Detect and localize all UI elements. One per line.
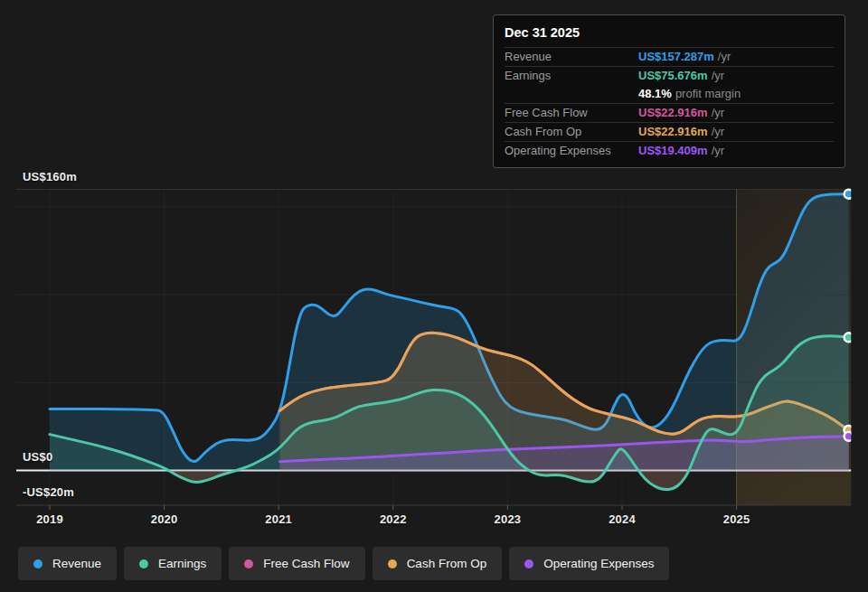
revenue-legend-dot-icon xyxy=(33,559,42,569)
tooltip-row-free-cash-flow: Free Cash FlowUS$22.916m/yr xyxy=(505,103,834,122)
tooltip-row-label: Cash From Op xyxy=(505,123,638,140)
tooltip-row-suffix: profit margin xyxy=(675,85,741,102)
tooltip-row-value: US$157.287m xyxy=(638,48,714,65)
financials-chart-panel: US$160m US$0 -US$20m 2019202020212022202… xyxy=(0,0,868,592)
tooltip-row-value: US$75.676m xyxy=(638,67,708,84)
tooltip-row-suffix: /yr xyxy=(712,123,724,140)
tooltip-row-value: US$19.409m xyxy=(638,142,708,159)
tooltip-row-value: US$22.916m xyxy=(638,104,708,121)
tooltip-row-suffix: /yr xyxy=(712,104,724,121)
y-axis-label-negative: -US$20m xyxy=(23,485,74,499)
tooltip-row-cash-from-op: Cash From OpUS$22.916m/yr xyxy=(505,122,834,141)
legend-item-label: Revenue xyxy=(52,557,101,570)
tooltip-row-revenue: RevenueUS$157.287m/yr xyxy=(505,47,834,66)
tooltip-row-label: Operating Expenses xyxy=(505,142,638,159)
chart-tooltip: Dec 31 2025 RevenueUS$157.287m/yrEarning… xyxy=(493,14,845,168)
tooltip-row-label: Free Cash Flow xyxy=(505,104,638,121)
operating-expenses-legend-dot-icon xyxy=(524,559,533,569)
x-axis-label-2019: 2019 xyxy=(36,512,63,526)
legend-item-revenue[interactable]: Revenue xyxy=(18,547,117,580)
y-axis-label-top: US$160m xyxy=(23,170,77,183)
y-axis-label-zero: US$0 xyxy=(23,450,52,464)
free-cash-flow-legend-dot-icon xyxy=(244,559,253,569)
tooltip-row-suffix: /yr xyxy=(712,67,724,84)
tooltip-row-value: 48.1% xyxy=(638,85,672,102)
earnings-endpoint-marker[interactable] xyxy=(844,333,854,342)
series-group xyxy=(50,190,854,490)
x-axis-label-2022: 2022 xyxy=(380,512,407,526)
tooltip-row-profit-margin: 48.1%profit margin xyxy=(505,85,834,103)
earnings-legend-dot-icon xyxy=(139,559,148,569)
legend-item-label: Operating Expenses xyxy=(543,557,654,570)
x-axis-label-2024: 2024 xyxy=(609,512,636,526)
revenue-endpoint-marker[interactable] xyxy=(844,190,854,199)
legend-item-label: Cash From Op xyxy=(407,557,487,570)
x-axis-label-2023: 2023 xyxy=(495,512,522,526)
legend-item-free-cash-flow[interactable]: Free Cash Flow xyxy=(229,547,364,580)
legend-item-label: Free Cash Flow xyxy=(263,557,349,570)
tooltip-row-earnings: EarningsUS$75.676m/yr xyxy=(505,66,834,85)
tooltip-row-value: US$22.916m xyxy=(638,123,708,140)
legend-item-operating-expenses[interactable]: Operating Expenses xyxy=(509,547,669,580)
legend-item-label: Earnings xyxy=(158,557,206,570)
tooltip-row-operating-expenses: Operating ExpensesUS$19.409m/yr xyxy=(505,141,834,160)
tooltip-date: Dec 31 2025 xyxy=(505,23,834,47)
tooltip-row-suffix: /yr xyxy=(718,48,731,65)
legend-item-earnings[interactable]: Earnings xyxy=(124,547,222,580)
legend-item-cash-from-op[interactable]: Cash From Op xyxy=(373,547,503,580)
tooltip-rows: RevenueUS$157.287m/yrEarningsUS$75.676m/… xyxy=(505,47,834,160)
tooltip-row-label: Revenue xyxy=(505,48,638,65)
x-axis-label-2020: 2020 xyxy=(151,512,178,526)
operating_expenses-endpoint-marker[interactable] xyxy=(844,432,854,441)
tooltip-row-suffix: /yr xyxy=(712,142,724,159)
chart-legend: RevenueEarningsFree Cash FlowCash From O… xyxy=(18,547,669,580)
x-axis-label-2021: 2021 xyxy=(265,512,292,526)
tooltip-row-label: Earnings xyxy=(505,67,638,84)
x-axis-label-2025: 2025 xyxy=(723,512,750,526)
cash-from-op-legend-dot-icon xyxy=(388,559,397,569)
